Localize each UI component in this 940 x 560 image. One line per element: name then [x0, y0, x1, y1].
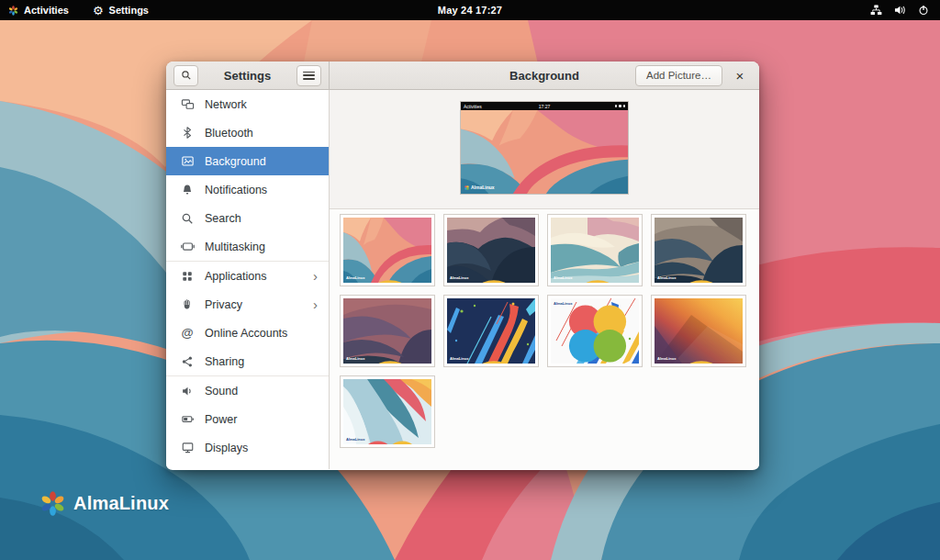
close-icon[interactable]: ×	[732, 69, 748, 83]
sidebar-item-network[interactable]: Network	[166, 90, 329, 118]
sidebar-item-background[interactable]: Background	[166, 147, 329, 175]
wallpaper-icon	[180, 154, 195, 169]
activities-button[interactable]: Activities	[8, 0, 69, 20]
wallpaper-thumb-paint-streaks-dark[interactable]: AlmaLinux	[443, 295, 539, 367]
window-title: Settings	[224, 69, 271, 83]
wallpaper-thumb-waves-day[interactable]: AlmaLinux	[340, 214, 435, 286]
sidebar-item-sound[interactable]: Sound	[166, 376, 329, 405]
sidebar-item-multitasking[interactable]: Multitasking	[166, 232, 329, 261]
sidebar-item-privacy[interactable]: Privacy ›	[166, 290, 329, 319]
desktop: Activities ⚙ Settings May 24 17:27	[0, 0, 940, 560]
battery-icon	[180, 412, 195, 427]
at-icon: @	[180, 326, 195, 341]
sidebar-item-sharing[interactable]: Sharing	[166, 347, 329, 375]
wallpaper-thumb-hills-dark-teal[interactable]: AlmaLinux	[651, 214, 746, 286]
sidebar-headerbar: Settings	[166, 62, 330, 89]
wallpaper-grid: AlmaLinux	[330, 209, 759, 453]
background-panel: Activities 17:27 AlmaLinux	[330, 90, 759, 469]
bell-icon	[180, 183, 195, 197]
search-icon	[181, 70, 192, 81]
wallpaper-thumb-waves-dark[interactable]: AlmaLinux	[443, 214, 539, 286]
system-status-area[interactable]	[870, 5, 940, 16]
clock[interactable]: May 24 17:27	[438, 5, 502, 16]
appmenu-settings[interactable]: ⚙ Settings	[93, 0, 149, 20]
wallpaper-thumb-waves-light[interactable]: AlmaLinux	[340, 375, 435, 448]
hand-icon	[180, 297, 195, 312]
wallpaper-thumb-mountains-plum[interactable]: AlmaLinux	[340, 295, 435, 367]
almalinux-logo-text: AlmaLinux	[73, 493, 169, 514]
page-title: Background	[509, 69, 579, 83]
appmenu-label: Settings	[109, 5, 149, 16]
preview-activities-label: Activities	[464, 104, 482, 109]
sidebar-item-displays[interactable]: Displays	[166, 433, 329, 462]
preview-topbar: Activities 17:27	[461, 102, 628, 110]
volume-icon	[894, 5, 906, 16]
search-button[interactable]	[173, 65, 198, 86]
multitasking-icon	[180, 240, 195, 254]
system-topbar: Activities ⚙ Settings May 24 17:27	[0, 0, 940, 20]
preview-status-icons	[615, 105, 626, 107]
current-background-section: Activities 17:27 AlmaLinux	[330, 90, 759, 209]
add-picture-button[interactable]: Add Picture…	[635, 65, 722, 86]
primary-menu-button[interactable]	[297, 65, 321, 86]
power-icon	[918, 5, 929, 16]
settings-sidebar: Network Bluetooth Background	[166, 90, 330, 469]
almalinux-icon	[8, 6, 18, 16]
sidebar-item-search[interactable]: Search	[166, 204, 329, 232]
page-headerbar: Background Add Picture… ×	[330, 62, 759, 89]
almalinux-logo: AlmaLinux	[40, 491, 169, 516]
monitor-icon	[180, 441, 195, 455]
apps-grid-icon	[180, 269, 195, 284]
chevron-right-icon: ›	[313, 269, 318, 283]
preview-clock: 17:27	[539, 104, 551, 109]
wallpaper-thumb-mountains-sunset[interactable]: AlmaLinux	[651, 295, 746, 367]
sidebar-item-bluetooth[interactable]: Bluetooth	[166, 118, 329, 147]
almalinux-flower-icon	[40, 491, 65, 516]
activities-label: Activities	[24, 5, 69, 16]
settings-window: Settings Background Add Picture… ×	[166, 62, 759, 470]
network-icon	[870, 5, 882, 16]
wallpaper-thumb-paint-streaks-light[interactable]: AlmaLinux	[547, 295, 643, 367]
magnifier-icon	[180, 211, 195, 226]
preview-watermark: AlmaLinux	[464, 185, 495, 190]
wallpaper-thumb-hills-pastel[interactable]: AlmaLinux	[547, 214, 643, 286]
sidebar-item-applications[interactable]: Applications ›	[166, 262, 329, 290]
speaker-icon	[180, 384, 195, 398]
titlebar[interactable]: Settings Background Add Picture… ×	[166, 62, 759, 90]
preview-wallpaper-art	[461, 110, 628, 194]
sidebar-item-notifications[interactable]: Notifications	[166, 175, 329, 204]
chevron-right-icon: ›	[313, 297, 318, 311]
sidebar-item-power[interactable]: Power	[166, 405, 329, 433]
sidebar-item-online-accounts[interactable]: @ Online Accounts	[166, 319, 329, 347]
desktop-preview: Activities 17:27 AlmaLinux	[460, 101, 629, 195]
network-displays-icon	[180, 97, 195, 112]
gear-icon: ⚙	[93, 5, 104, 17]
share-icon	[180, 354, 195, 369]
hamburger-icon	[303, 72, 315, 80]
bluetooth-icon	[180, 126, 195, 140]
